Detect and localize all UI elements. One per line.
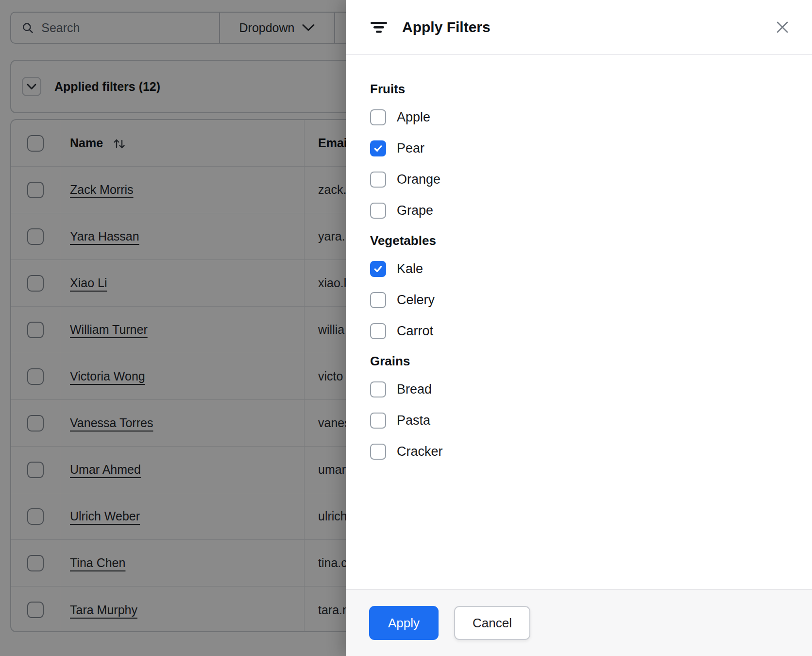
filter-section: Fruits Apple Pear Orange <box>370 82 788 219</box>
filter-option[interactable]: Celery <box>370 292 788 308</box>
checkbox[interactable] <box>370 109 386 125</box>
filter-option[interactable]: Cracker <box>370 443 788 460</box>
filter-section-heading: Fruits <box>370 82 788 97</box>
filter-section-heading: Grains <box>370 354 788 369</box>
checkbox[interactable] <box>370 413 386 429</box>
check-icon <box>372 263 384 275</box>
filter-option-label: Pasta <box>397 413 430 428</box>
close-icon <box>775 20 790 35</box>
checkbox[interactable] <box>370 323 386 339</box>
checkbox[interactable] <box>370 444 386 460</box>
filter-option[interactable]: Pasta <box>370 412 788 429</box>
filter-option-label: Celery <box>397 293 435 308</box>
filter-option-label: Bread <box>397 382 432 397</box>
close-button[interactable] <box>775 20 790 35</box>
filter-option-label: Cracker <box>397 444 443 459</box>
checkbox[interactable] <box>370 292 386 308</box>
filter-option-label: Pear <box>397 141 424 156</box>
drawer-footer: Apply Cancel <box>346 589 812 656</box>
check-icon <box>372 143 384 154</box>
drawer-body: Fruits Apple Pear Orange <box>346 55 812 589</box>
filter-section: Vegetables Kale Celery Carrot <box>370 233 788 339</box>
filter-option-label: Orange <box>397 172 440 187</box>
checkbox[interactable] <box>370 172 386 188</box>
checkbox[interactable] <box>370 261 386 277</box>
cancel-button[interactable]: Cancel <box>454 606 530 640</box>
checkbox[interactable] <box>370 140 386 156</box>
filter-option[interactable]: Bread <box>370 381 788 397</box>
filter-section-heading: Vegetables <box>370 233 788 248</box>
filter-option[interactable]: Kale <box>370 260 788 277</box>
checkbox[interactable] <box>370 381 386 397</box>
filter-option-label: Grape <box>397 203 433 218</box>
filter-option[interactable]: Pear <box>370 140 788 156</box>
filter-icon <box>370 20 388 35</box>
filter-option-label: Apple <box>397 110 430 125</box>
filter-option-label: Kale <box>397 261 423 276</box>
drawer-header: Apply Filters <box>346 0 812 55</box>
filter-option[interactable]: Carrot <box>370 323 788 339</box>
drawer-title: Apply Filters <box>402 19 491 35</box>
apply-button[interactable]: Apply <box>369 606 439 640</box>
checkbox[interactable] <box>370 203 386 219</box>
filter-drawer: Apply Filters Fruits Apple Pear <box>346 0 812 656</box>
filter-option-label: Carrot <box>397 324 433 339</box>
filter-section: Grains Bread Pasta Cracker <box>370 354 788 460</box>
filter-option[interactable]: Orange <box>370 171 788 188</box>
filter-option[interactable]: Apple <box>370 109 788 125</box>
filter-option[interactable]: Grape <box>370 202 788 219</box>
